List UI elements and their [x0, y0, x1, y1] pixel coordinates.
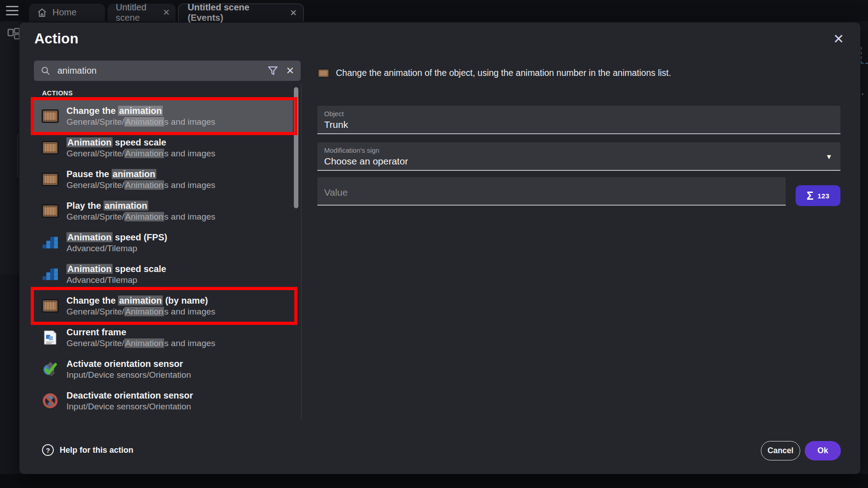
close-icon[interactable]: ✕: [833, 33, 844, 46]
sprite-icon: [40, 296, 60, 316]
cancel-button[interactable]: Cancel: [761, 441, 800, 460]
tab-label: Untitled scene (Events): [188, 2, 284, 23]
action-path: General/Sprite/Animations and images: [66, 117, 215, 127]
action-title: Deactivate orientation sensor: [66, 390, 193, 400]
action-path: Advanced/Tilemap: [66, 275, 137, 285]
action-list-item[interactable]: Play the animation General/Sprite/Animat…: [34, 195, 293, 227]
question-circle-icon: ?: [42, 444, 54, 456]
help-link[interactable]: ? Help for this action: [42, 444, 133, 456]
action-title: Change the animation: [66, 106, 163, 116]
actions-list-rows: Change the animation General/Sprite/Anim…: [34, 100, 293, 417]
action-title: Animation speed scale: [66, 137, 166, 147]
object-value: Trunk: [324, 119, 348, 130]
action-title: Change the animation (by name): [66, 296, 208, 305]
action-list-item[interactable]: Change the animation (by name) General/S…: [34, 290, 293, 322]
action-list-item[interactable]: Current frame General/Sprite/Animations …: [34, 322, 293, 353]
action-path: General/Sprite/Animations and images: [66, 338, 215, 348]
filter-funnel-icon[interactable]: [268, 66, 278, 75]
sigma-icon: Σ: [807, 190, 813, 202]
gdevelop-window: Home Untitled scene ✕ Untitled scene (Ev…: [0, 0, 868, 488]
action-path: Input/Device sensors/Orientation: [66, 402, 191, 411]
operator-select[interactable]: Modification's sign Choose an operator ▼: [317, 142, 840, 171]
expression-123-label: 123: [817, 192, 830, 200]
action-path: General/Sprite/Animations and images: [66, 180, 215, 190]
frame-icon: [40, 328, 60, 347]
sensor-off-icon: [40, 391, 60, 411]
clear-search-icon[interactable]: ✕: [286, 66, 294, 76]
action-search-bar[interactable]: ✕: [34, 61, 301, 81]
action-title: Activate orientation sensor: [66, 359, 183, 369]
action-list-item[interactable]: Change the animation General/Sprite/Anim…: [34, 100, 293, 132]
tab-untitled-scene-events[interactable]: Untitled scene (Events) ✕: [178, 4, 304, 21]
close-tab-icon[interactable]: ✕: [163, 7, 170, 18]
operator-value: Choose an operator: [324, 156, 408, 167]
object-field[interactable]: Object Trunk: [317, 106, 840, 134]
action-title: Animation speed (FPS): [66, 232, 167, 242]
tab-label: Untitled scene: [116, 2, 157, 23]
action-title: Animation speed scale: [66, 264, 166, 274]
help-label: Help for this action: [60, 446, 133, 455]
sprite-icon: [40, 201, 60, 221]
field-label: Modification's sign: [324, 146, 379, 154]
action-list-item[interactable]: Animation speed (FPS) Advanced/Tilemap: [34, 227, 293, 258]
background-panel: [0, 21, 19, 274]
action-path: General/Sprite/Animations and images: [66, 212, 215, 221]
sprite-icon: [40, 169, 60, 189]
panel-divider: [301, 84, 302, 420]
background-bottom: [0, 474, 868, 488]
dialog-title: Action: [34, 31, 79, 47]
sprite-icon: [40, 106, 60, 126]
action-path: General/Sprite/Animations and images: [66, 149, 215, 158]
field-label: Object: [324, 110, 344, 117]
sprite-icon: [317, 68, 330, 78]
layout-panels-icon: [7, 27, 21, 46]
description-text: Change the animation of the object, usin…: [336, 68, 671, 78]
home-icon: [37, 8, 47, 18]
action-dialog: Action ✕ ✕ ACTIONS Change the animation …: [19, 23, 860, 474]
top-tab-bar: Home Untitled scene ✕ Untitled scene (Ev…: [0, 0, 868, 21]
value-field[interactable]: [317, 177, 786, 206]
chevron-down-icon: ▼: [826, 153, 832, 160]
action-list-item[interactable]: Pause the animation General/Sprite/Anima…: [34, 164, 293, 195]
action-path: General/Sprite/Animations and images: [66, 307, 215, 316]
action-title: Play the animation: [66, 201, 148, 211]
tab-home[interactable]: Home: [29, 4, 105, 21]
action-path: Advanced/Tilemap: [66, 244, 137, 253]
action-title: Pause the animation: [66, 169, 156, 179]
tab-untitled-scene[interactable]: Untitled scene ✕: [108, 4, 175, 21]
action-list-item[interactable]: Activate orientation sensor Input/Device…: [34, 353, 293, 385]
sensor-on-icon: [40, 359, 60, 379]
search-input[interactable]: [57, 66, 268, 76]
tab-label: Home: [52, 7, 76, 18]
tilemap-icon: [40, 264, 60, 284]
close-tab-icon[interactable]: ✕: [290, 8, 297, 18]
action-path: Input/Device sensors/Orientation: [66, 370, 191, 380]
action-title: Current frame: [66, 327, 126, 337]
value-input[interactable]: [324, 187, 767, 198]
action-list-item[interactable]: Deactivate orientation sensor Input/Devi…: [34, 385, 293, 417]
action-description: Change the animation of the object, usin…: [317, 68, 851, 78]
drop-target-dashed-border: [861, 47, 862, 64]
sprite-icon: [40, 138, 60, 158]
hamburger-menu-icon[interactable]: [6, 6, 19, 15]
section-header: ACTIONS: [34, 85, 293, 100]
action-list-item[interactable]: Animation speed scale General/Sprite/Ani…: [34, 132, 293, 164]
action-list-item[interactable]: Animation speed scale Advanced/Tilemap: [34, 258, 293, 290]
search-icon: [40, 66, 51, 76]
actions-list: ACTIONS Change the animation General/Spr…: [34, 85, 293, 421]
ok-button[interactable]: Ok: [805, 441, 841, 460]
scrollbar-thumb[interactable]: [294, 87, 298, 208]
expression-editor-button[interactable]: Σ 123: [796, 185, 840, 206]
tilemap-icon: [40, 233, 60, 253]
